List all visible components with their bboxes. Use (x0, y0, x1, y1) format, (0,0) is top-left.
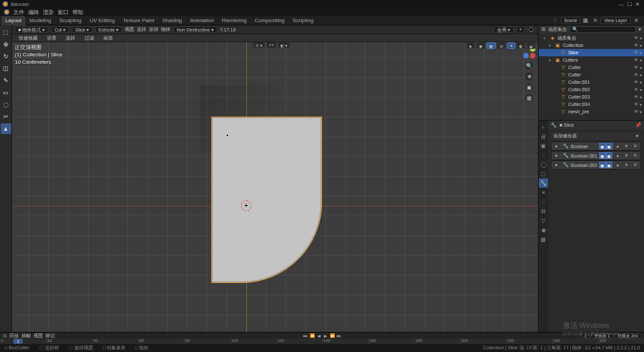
sub-set[interactable]: 设置 (44, 35, 59, 42)
tool-transform[interactable]: ▭ (1, 87, 11, 98)
outliner-row[interactable]: ▾▣Cutters👁▸ (539, 56, 644, 64)
tab-sculpting[interactable]: Sculpting (56, 16, 86, 25)
mod-move-up-icon[interactable]: ▴ (614, 162, 621, 168)
camera-button[interactable]: ▣ (525, 82, 534, 92)
selectable-icon[interactable]: ▸ (640, 58, 643, 63)
sub-add[interactable]: 添加 (101, 35, 115, 42)
eye-icon[interactable]: 👁 (634, 80, 639, 85)
jump-start-button[interactable]: ⏮ (303, 333, 309, 339)
shading-solid[interactable]: ● (507, 42, 515, 49)
tool-select-box[interactable]: ⬚ (1, 27, 11, 38)
modifier-name-label[interactable]: Boolean.002 (571, 163, 597, 168)
jump-end-button[interactable]: ⏭ (336, 333, 342, 339)
tool-cursor[interactable]: ⊕ (1, 39, 11, 50)
mod-delete-icon[interactable]: ✕ (632, 143, 639, 150)
tool-measure[interactable]: ✂ (1, 111, 11, 122)
shading-wire[interactable]: ⊞ (497, 42, 506, 49)
tl-marker[interactable]: 标记 (46, 333, 55, 339)
selectable-icon[interactable]: ▸ (640, 87, 643, 93)
play-rev-button[interactable]: ◀ (316, 333, 322, 339)
playhead[interactable]: 1 (13, 339, 23, 344)
outliner-search-input[interactable]: 🔍 (570, 26, 636, 33)
mod-delete-icon[interactable]: ✕ (632, 162, 639, 168)
next-key-button[interactable]: ⏩ (329, 333, 335, 339)
sub-sel[interactable]: 选择 (63, 35, 78, 42)
eye-icon[interactable]: 👁 (634, 58, 639, 63)
snap-dropdown[interactable]: ⌖ ▾ (266, 42, 277, 48)
mod-move-up-icon[interactable]: ▴ (614, 143, 621, 150)
prop-tab-render[interactable]: ▹ (539, 122, 548, 131)
eye-icon[interactable]: 👁 (634, 43, 639, 48)
prev-key-button[interactable]: ⏪ (309, 333, 315, 339)
scene-new-icon[interactable]: ✕ (591, 17, 599, 25)
disclosure-triangle-icon[interactable]: ▾ (549, 58, 553, 62)
play-button[interactable]: ▶ (323, 333, 329, 339)
zoom-button[interactable]: 🔍 (525, 61, 534, 70)
tool-rotate[interactable]: ◫ (1, 63, 11, 74)
sub-fav[interactable]: 快速收藏 (16, 35, 40, 42)
modifier-name-label[interactable]: Boolean (571, 144, 597, 149)
tab-texpaint[interactable]: Texture Paint (119, 16, 158, 25)
mod-render-toggle[interactable]: ▣ (606, 152, 612, 159)
disclosure-triangle-icon[interactable]: ▾ (543, 36, 547, 40)
tab-layout[interactable]: Layout (1, 16, 25, 25)
tab-animation[interactable]: Animation (186, 16, 218, 25)
selectable-icon[interactable]: ▸ (640, 102, 643, 107)
scene-browse-icon[interactable]: ▦ (582, 17, 590, 25)
menu-file[interactable]: 文件 (13, 9, 24, 16)
menu-window[interactable]: 窗口 (58, 9, 68, 16)
prop-tab-texture[interactable]: ▩ (539, 235, 548, 244)
modifier-item[interactable]: ▸🔧Boolean▣▣▴▾✕ (551, 141, 641, 151)
snap-toggle[interactable]: ⌖ (517, 26, 525, 34)
mod-realtime-toggle[interactable]: ▣ (599, 162, 606, 168)
outliner-row[interactable]: ▽Cutter.002👁▸ (539, 86, 644, 93)
prop-tab-scene[interactable]: ♢ (539, 150, 548, 160)
tl-keying[interactable]: 插帧 (21, 333, 31, 339)
selectable-icon[interactable]: ▸ (640, 50, 643, 56)
boxcutter-slice[interactable]: Slice ▾ (72, 26, 93, 33)
selectable-icon[interactable]: ▸ (640, 95, 643, 100)
outliner-row[interactable]: ▽Cutter👁▸ (539, 71, 644, 78)
gizmo-z-axis-icon[interactable] (523, 53, 529, 58)
sub-filter[interactable]: 过滤 (82, 35, 97, 42)
viewlayer-new-icon[interactable]: ✕ (632, 17, 640, 25)
outliner-row[interactable]: ▽Cutter.001👁▸ (539, 78, 644, 86)
gizmo-dropdown[interactable]: ◐ ▾ (278, 42, 290, 48)
shading-rendered[interactable]: ◒ (527, 42, 535, 49)
tool-scale[interactable]: ✎ (1, 75, 11, 86)
prop-tab-physics[interactable]: ☄ (539, 197, 548, 207)
timeline-track[interactable]: 020406080100120140160180200220240250 1 (0, 339, 644, 344)
eye-icon[interactable]: 👁 (634, 87, 639, 93)
window-close-button[interactable]: ✕ (633, 1, 641, 7)
eye-icon[interactable]: 👁 (634, 109, 639, 115)
prop-tab-mesh[interactable]: ▽ (539, 216, 548, 225)
window-maximize-button[interactable]: ☐ (625, 1, 633, 7)
mod-realtime-toggle[interactable]: ▣ (599, 152, 606, 159)
mod-render-toggle[interactable]: ▣ (606, 143, 612, 150)
timeline-editor-icon[interactable]: ◷ (3, 333, 7, 339)
boxcutter-cut[interactable]: Cut ▾ (51, 26, 69, 33)
menu-edit[interactable]: 编辑 (28, 9, 39, 16)
modifier-item[interactable]: ▸🔧Boolean.001▣▣▴▾✕ (551, 151, 641, 160)
outliner-row[interactable]: ▽Cutter.003👁▸ (539, 93, 644, 101)
persp-button[interactable]: ▦ (525, 93, 534, 103)
mod-render-toggle[interactable]: ▣ (606, 162, 612, 168)
prop-tab-particles[interactable]: ✶ (539, 188, 548, 197)
modifier-item[interactable]: ▸🔧Boolean.002▣▣▴▾✕ (551, 160, 641, 170)
tab-rendering[interactable]: Rendering (218, 16, 251, 25)
vp-menu-add[interactable]: 添加 (149, 26, 158, 33)
orientation-dropdown[interactable]: 全局 ▾ (494, 26, 514, 33)
prop-tab-viewlayer[interactable]: ▣ (539, 141, 548, 150)
tab-modeling[interactable]: Modeling (25, 16, 55, 25)
disclosure-triangle-icon[interactable]: ▾ (549, 43, 553, 48)
shading-matpreview[interactable]: ◐ (517, 42, 525, 49)
eye-icon[interactable]: 👁 (634, 95, 639, 100)
prop-tab-world[interactable]: ◯ (539, 160, 548, 169)
prop-tab-output[interactable]: 🖨 (539, 131, 548, 141)
outliner-row[interactable]: ▽Cutter.004👁▸ (539, 101, 644, 108)
outliner-row[interactable]: ▾◈场景集合👁▸ (539, 34, 644, 42)
tool-boxcutter[interactable]: ▲ (1, 123, 11, 134)
vp-menu-select[interactable]: 选择 (137, 26, 146, 33)
outliner-row[interactable]: ▽Slice👁▸ (539, 49, 644, 56)
proportional-toggle[interactable]: ◯ (527, 26, 535, 34)
